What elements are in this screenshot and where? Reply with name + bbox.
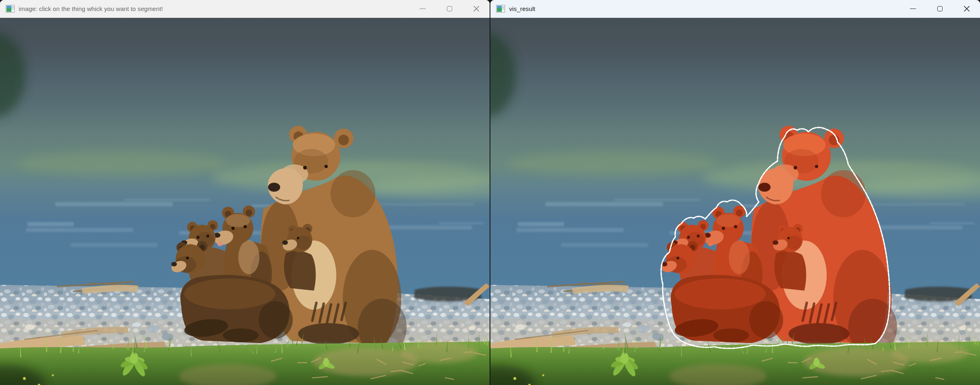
maximize-button[interactable] (926, 0, 953, 18)
maximize-icon (447, 6, 452, 11)
window-controls (409, 0, 490, 18)
minimize-icon (910, 9, 916, 9)
minimize-button[interactable] (899, 0, 926, 18)
vis-result-canvas (490, 18, 980, 385)
titlebar-vis-result[interactable]: vis_result (490, 0, 980, 18)
image-thumbnail-icon (496, 5, 505, 13)
window-title: vis_result (509, 5, 535, 12)
desktop: image: click on the thing whick you want… (0, 0, 980, 385)
maximize-icon (937, 6, 943, 11)
window-controls (899, 0, 980, 18)
image-thumbnail-icon (6, 5, 15, 13)
image-canvas[interactable] (0, 18, 490, 385)
close-button[interactable] (953, 0, 980, 18)
maximize-button[interactable] (436, 0, 463, 18)
minimize-icon (420, 9, 426, 9)
titlebar-image[interactable]: image: click on the thing whick you want… (0, 0, 490, 18)
window-vis-result: vis_result (490, 0, 980, 385)
segmentation-result (490, 18, 980, 385)
close-icon (964, 6, 970, 12)
minimize-button[interactable] (409, 0, 436, 18)
bear-photo (0, 18, 490, 385)
close-icon (473, 6, 479, 12)
window-title: image: click on the thing whick you want… (19, 5, 163, 12)
window-image: image: click on the thing whick you want… (0, 0, 490, 385)
close-button[interactable] (463, 0, 490, 18)
